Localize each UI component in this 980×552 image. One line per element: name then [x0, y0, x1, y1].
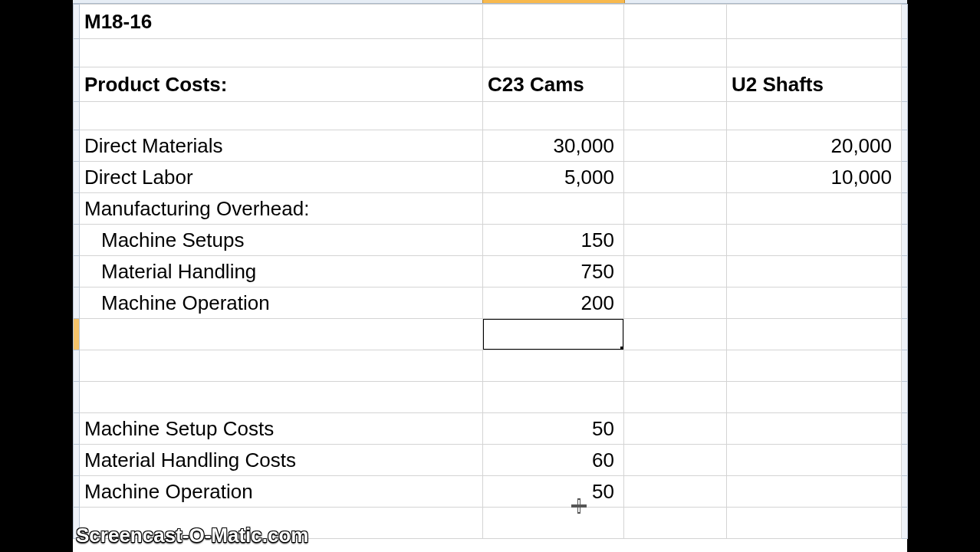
cell-value[interactable]: 10,000 [727, 162, 902, 193]
cell[interactable] [902, 256, 908, 288]
cell[interactable] [902, 67, 908, 102]
row-header[interactable] [74, 382, 80, 413]
cell-section-header[interactable]: Product Costs: [80, 67, 483, 102]
row-label-mfg-overhead[interactable]: Manufacturing Overhead: [80, 193, 483, 225]
cell[interactable] [727, 39, 902, 67]
cell[interactable] [624, 256, 727, 288]
row-header[interactable] [74, 130, 80, 162]
cell[interactable] [624, 476, 727, 508]
cell[interactable] [727, 5, 902, 39]
cell[interactable] [483, 5, 624, 39]
cell[interactable] [624, 39, 727, 67]
cell[interactable] [624, 67, 727, 102]
row-label-material-handling[interactable]: Material Handling [80, 256, 483, 288]
row-label-direct-materials[interactable]: Direct Materials [80, 130, 483, 162]
cell[interactable] [483, 39, 624, 67]
cell[interactable] [902, 130, 908, 162]
row-header[interactable] [74, 508, 80, 539]
cell[interactable] [727, 256, 902, 288]
row-header[interactable] [74, 5, 80, 39]
row-header[interactable] [74, 350, 80, 382]
cell[interactable] [727, 508, 902, 539]
cell[interactable] [624, 288, 727, 319]
column-header-strip[interactable] [73, 0, 907, 4]
cell[interactable] [727, 476, 902, 508]
cell[interactable] [624, 5, 727, 39]
cell[interactable] [727, 350, 902, 382]
cell-value[interactable]: 150 [483, 225, 624, 256]
cell-value[interactable]: 200 [483, 288, 624, 319]
cell[interactable] [483, 382, 624, 413]
row-header-selected[interactable] [74, 319, 80, 350]
cell[interactable] [902, 445, 908, 476]
cell[interactable] [727, 102, 902, 130]
cell-value[interactable]: 60 [483, 445, 624, 476]
cell[interactable] [483, 102, 624, 130]
cell[interactable] [902, 102, 908, 130]
cell[interactable] [902, 225, 908, 256]
cell[interactable] [727, 445, 902, 476]
cell[interactable] [902, 5, 908, 39]
cell[interactable] [902, 162, 908, 193]
row-header[interactable] [74, 256, 80, 288]
cell[interactable] [624, 445, 727, 476]
cell[interactable] [80, 39, 483, 67]
cell[interactable] [80, 350, 483, 382]
cell-value[interactable]: 50 [483, 413, 624, 445]
row-header[interactable] [74, 445, 80, 476]
row-header[interactable] [74, 288, 80, 319]
spreadsheet-grid[interactable]: M18-16 Product Costs: C23 Cams U2 Shafts [73, 4, 908, 539]
cell[interactable] [902, 476, 908, 508]
cell[interactable] [902, 350, 908, 382]
cell[interactable] [624, 130, 727, 162]
cell[interactable] [483, 350, 624, 382]
row-label-machine-setups[interactable]: Machine Setups [80, 225, 483, 256]
cell-value[interactable]: 5,000 [483, 162, 624, 193]
row-label-material-handling-costs[interactable]: Material Handling Costs [80, 445, 483, 476]
cell[interactable] [902, 413, 908, 445]
cell-value[interactable]: 30,000 [483, 130, 624, 162]
cell[interactable] [80, 102, 483, 130]
cell[interactable] [727, 382, 902, 413]
cell[interactable] [624, 193, 727, 225]
row-header[interactable] [74, 39, 80, 67]
row-label-machine-setup-costs[interactable]: Machine Setup Costs [80, 413, 483, 445]
cell-value[interactable]: 50 [483, 476, 624, 508]
cell[interactable] [483, 508, 624, 539]
cell-value[interactable]: 20,000 [727, 130, 902, 162]
cell[interactable] [902, 193, 908, 225]
cell[interactable] [483, 193, 624, 225]
col-header-u2[interactable]: U2 Shafts [727, 67, 902, 102]
row-header[interactable] [74, 193, 80, 225]
col-header-c23[interactable]: C23 Cams [483, 67, 624, 102]
cell[interactable] [624, 350, 727, 382]
cell[interactable] [80, 508, 483, 539]
cell-value[interactable]: 750 [483, 256, 624, 288]
cell[interactable] [80, 382, 483, 413]
cell-title[interactable]: M18-16 [80, 5, 483, 39]
row-header[interactable] [74, 413, 80, 445]
row-label-direct-labor[interactable]: Direct Labor [80, 162, 483, 193]
row-header[interactable] [74, 162, 80, 193]
cell[interactable] [624, 102, 727, 130]
cell[interactable] [624, 225, 727, 256]
cell[interactable] [727, 288, 902, 319]
cell[interactable] [902, 319, 908, 350]
row-label-machine-operation[interactable]: Machine Operation [80, 288, 483, 319]
cell[interactable] [80, 319, 483, 350]
cell[interactable] [624, 508, 727, 539]
row-label-machine-operation2[interactable]: Machine Operation [80, 476, 483, 508]
cell[interactable] [624, 319, 727, 350]
cell[interactable] [902, 382, 908, 413]
cell[interactable] [727, 225, 902, 256]
cell[interactable] [624, 382, 727, 413]
row-header[interactable] [74, 102, 80, 130]
cell[interactable] [902, 508, 908, 539]
selected-cell[interactable] [483, 319, 624, 350]
row-header[interactable] [74, 67, 80, 102]
cell[interactable] [902, 288, 908, 319]
cell[interactable] [727, 319, 902, 350]
cell[interactable] [902, 39, 908, 67]
cell[interactable] [727, 193, 902, 225]
cell[interactable] [624, 413, 727, 445]
